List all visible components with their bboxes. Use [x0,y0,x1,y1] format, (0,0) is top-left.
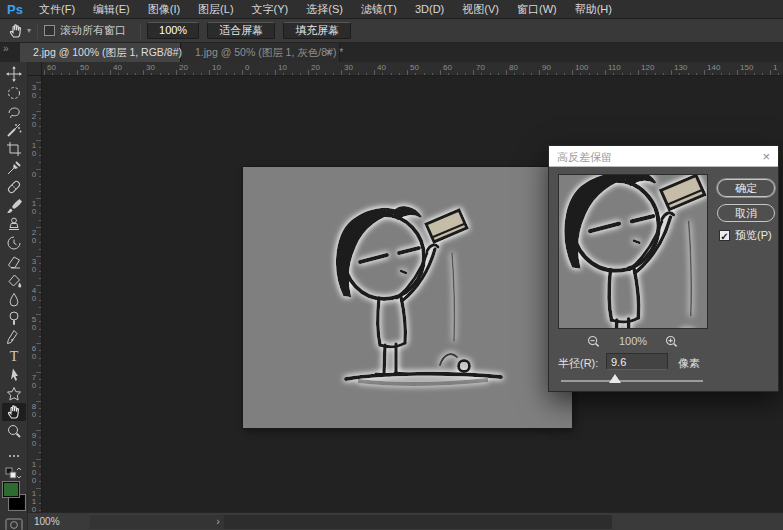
edit-toolbar-icon[interactable] [2,447,26,465]
ruler-label: 30 [28,258,40,274]
ruler-tick [655,73,656,75]
ruler-tick [209,70,210,75]
move-tool[interactable] [2,65,26,83]
menu-item-filter[interactable]: 滤镜(T) [352,0,406,18]
menu-item-edit[interactable]: 编辑(E) [84,0,139,18]
brush-tool[interactable] [2,197,26,215]
ruler-tick [39,452,41,453]
menu-item-type[interactable]: 文字(Y) [243,0,298,18]
menu-item-help[interactable]: 帮助(H) [566,0,621,18]
ok-button[interactable]: 确定 [717,179,775,197]
ruler-tick [217,73,218,75]
tab-document-1[interactable]: 2.jpg @ 100% (图层 1, RGB/8#) *× [20,43,181,62]
blur-tool[interactable] [2,291,26,309]
ruler-label: 90 [28,432,40,448]
history-brush-tool[interactable] [2,234,26,252]
ruler-label: 1 [773,64,777,72]
paint-bucket-tool[interactable] [2,272,26,290]
eraser-tool[interactable] [2,253,26,271]
svg-text:T: T [10,349,19,364]
eyedropper-tool[interactable] [2,159,26,177]
status-zoom-level[interactable]: 100% [34,516,60,527]
ruler-label: 120 [641,64,654,72]
ruler-label: 30 [28,84,40,100]
tab-document-2[interactable]: 1.jpg @ 50% (图层 1, 灰色/8#) *× [182,43,340,62]
horizontal-ruler[interactable]: 6050403020100102030405060708090100110120… [28,62,783,76]
zoom-out-icon[interactable] [587,335,600,350]
zoom-tool[interactable] [2,422,26,440]
foreground-color-swatch[interactable] [3,482,19,497]
path-select-tool[interactable] [2,366,26,384]
ruler-tick [556,73,557,75]
background-color-swatch[interactable] [9,495,25,510]
menu-item-view[interactable]: 视图(V) [453,0,508,18]
ruler-tick [110,70,111,75]
ruler-tick [39,220,41,221]
status-chevron-icon[interactable]: › [216,515,220,527]
status-bar: 100% › [28,512,783,530]
menu-item-select[interactable]: 选择(S) [297,0,352,18]
ruler-label: 20 [28,229,40,245]
close-icon[interactable]: × [326,43,332,62]
document-info-field[interactable]: › [90,515,224,529]
ruler-tick [275,70,276,75]
vertical-ruler[interactable]: 3020100102030405060708090100110 [28,76,42,512]
scroll-all-windows-checkbox[interactable] [44,25,55,36]
close-icon[interactable]: × [762,149,770,164]
cancel-button[interactable]: 取消 [717,204,775,222]
radius-input[interactable] [606,353,668,370]
shape-tool[interactable] [2,385,26,403]
clone-stamp-tool[interactable] [2,215,26,233]
ruler-tick [36,227,41,228]
ruler-label: 20 [179,64,188,72]
hand-tool[interactable] [2,403,26,421]
radius-slider-thumb[interactable] [609,374,621,383]
tab-overflow-icon[interactable]: » [3,43,9,54]
dialog-title-bar[interactable]: 高反差保留 × [549,146,778,167]
menu-item-layer[interactable]: 图层(L) [189,0,242,18]
fit-screen-button[interactable]: 适合屏幕 [207,22,275,39]
ruler-tick [358,73,359,75]
ruler-tick [498,73,499,75]
ruler-label: 60 [443,64,452,72]
healing-brush-tool[interactable] [2,178,26,196]
ruler-tick [481,73,482,75]
pen-tool[interactable] [2,328,26,346]
ruler-label: 40 [377,64,386,72]
document-canvas[interactable] [243,167,572,428]
dodge-tool[interactable] [2,309,26,327]
radius-slider-track[interactable] [561,380,703,382]
filter-preview[interactable] [558,174,708,329]
ruler-tick [754,73,755,75]
ruler-tick [440,70,441,75]
ruler-tick [39,162,41,163]
menu-item-3d[interactable]: 3D(D) [406,0,453,18]
default-colors-icon[interactable] [2,465,26,483]
hand-icon [8,23,24,39]
ruler-tick [605,70,606,75]
ruler-tick [127,73,128,75]
ruler-tick [506,70,507,75]
ruler-tick [737,70,738,75]
preview-checkbox[interactable]: ✓ [719,230,730,241]
separator [140,23,141,39]
ruler-tick [465,73,466,75]
lasso-tool[interactable] [2,103,26,121]
ruler-tick [564,73,565,75]
ruler-label: 10 [278,64,287,72]
menu-item-window[interactable]: 窗口(W) [508,0,566,18]
crop-tool[interactable] [2,140,26,158]
zoom-100-button[interactable]: 100% [147,22,199,39]
quick-mask-icon[interactable] [2,516,26,530]
menu-item-image[interactable]: 图像(I) [139,0,189,18]
magic-wand-tool[interactable] [2,121,26,139]
zoom-in-icon[interactable] [665,335,678,350]
fill-screen-button[interactable]: 填充屏幕 [283,22,351,39]
marquee-tool[interactable] [2,84,26,102]
close-icon[interactable]: × [167,43,173,62]
menu-item-file[interactable]: 文件(F) [30,0,84,18]
ruler-tick [531,73,532,75]
type-tool[interactable]: T [2,347,26,365]
ruler-tick [36,459,41,460]
hand-tool-preset[interactable]: ▾ [8,23,31,39]
